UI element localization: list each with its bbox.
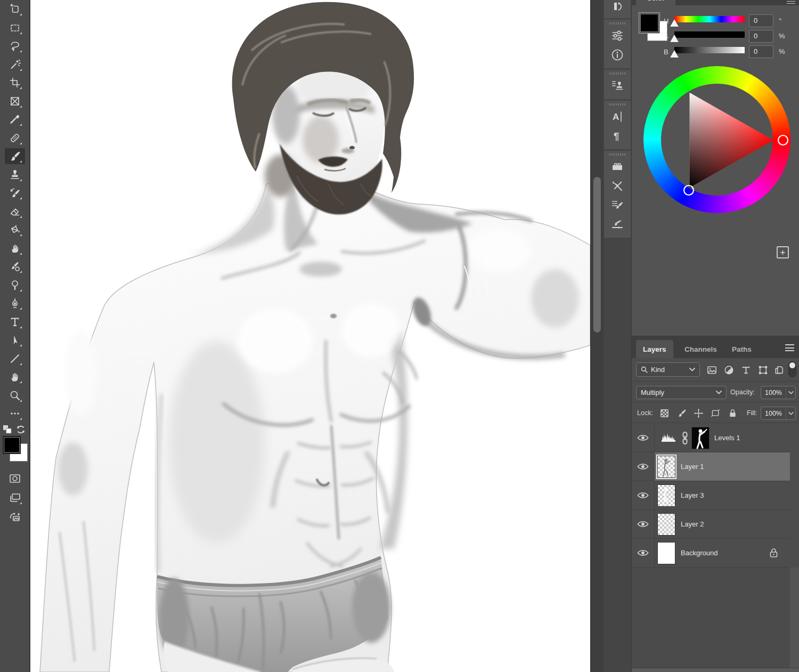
eyedropper-tool[interactable] (0, 110, 30, 129)
brightness-value-field[interactable]: 0 (749, 45, 773, 58)
brush-settings-panel-button[interactable] (608, 196, 626, 214)
history-panel-button[interactable] (608, 0, 626, 16)
zoom-tool[interactable] (0, 386, 30, 405)
fill-chevron[interactable] (786, 407, 795, 419)
visibility-toggle[interactable] (632, 452, 655, 481)
blend-mode-dropdown[interactable]: Multiply (636, 386, 727, 399)
add-swatch-button[interactable]: + (777, 246, 789, 258)
color-wheel[interactable] (643, 66, 790, 213)
swap-colors-button[interactable] (0, 423, 30, 436)
hue-slider-handle[interactable] (670, 19, 679, 27)
saturation-triangle[interactable] (643, 66, 790, 213)
layer-thumbnail[interactable] (657, 484, 675, 507)
properties-panel-button[interactable] (608, 27, 626, 45)
saturation-value-field[interactable]: 0 (749, 30, 773, 43)
eraser-tool[interactable] (0, 203, 30, 221)
hue-ring-selector[interactable] (778, 135, 788, 145)
triangle-selector[interactable] (684, 185, 694, 195)
layer-row-levels-1[interactable]: Levels 1 (632, 424, 790, 452)
edit-toolbar-button[interactable] (0, 404, 30, 423)
mixer-brush-tool[interactable] (0, 257, 30, 276)
layer-mask-thumbnail[interactable] (691, 427, 710, 449)
lock-all-button[interactable] (727, 407, 738, 419)
extras-button[interactable] (0, 507, 30, 527)
lock-position-button[interactable] (692, 407, 704, 419)
layer-name[interactable]: Layer 1 (681, 452, 704, 481)
healing-brush-tool[interactable] (0, 129, 30, 148)
layer-row-layer-2[interactable]: Layer 2 (632, 510, 790, 539)
dock-grip[interactable] (609, 153, 625, 156)
layer-thumbnail[interactable] (657, 456, 675, 478)
brush-tool[interactable] (0, 147, 30, 166)
tool-presets-panel-button[interactable] (608, 177, 626, 195)
tab-layers[interactable]: Layers (636, 340, 673, 358)
filter-adjustment-layers-button[interactable] (722, 363, 735, 376)
marquee-tool[interactable] (0, 19, 30, 37)
document-canvas[interactable] (30, 0, 590, 672)
line-tool[interactable] (0, 350, 30, 368)
hand-tool[interactable] (0, 368, 30, 386)
layer-name[interactable]: Layer 3 (681, 481, 704, 509)
saturation-slider-handle[interactable] (670, 35, 679, 42)
lock-transparent-pixels-button[interactable] (658, 407, 670, 419)
opacity-chevron[interactable] (786, 386, 795, 399)
layer-name[interactable]: Layer 2 (681, 510, 704, 538)
canvas-vertical-scrollbar[interactable] (590, 0, 604, 672)
filter-type-layers-button[interactable] (739, 363, 752, 376)
crop-tool[interactable] (0, 74, 30, 92)
visibility-toggle[interactable] (632, 510, 655, 538)
pen-tool[interactable] (0, 294, 30, 313)
brightness-slider-handle[interactable] (670, 50, 679, 58)
lasso-tool[interactable] (0, 37, 30, 55)
smudge-tool[interactable] (0, 239, 30, 258)
character-panel-button[interactable]: A (608, 108, 626, 126)
filter-shape-layers-button[interactable] (756, 363, 769, 376)
filter-pixel-layers-button[interactable] (705, 363, 718, 376)
frame-tool[interactable] (0, 92, 30, 111)
tab-paths[interactable]: Paths (725, 340, 759, 358)
layer-row-layer-3[interactable]: Layer 3 (632, 481, 790, 510)
kind-filter-dropdown[interactable]: Kind (636, 362, 700, 377)
dock-grip[interactable] (609, 103, 625, 106)
move-tool[interactable] (0, 0, 30, 19)
paragraph-panel-button[interactable]: ¶ (608, 127, 626, 145)
quick-mask-button[interactable] (0, 469, 30, 488)
paint-bucket-tool[interactable] (0, 221, 30, 239)
info-panel-button[interactable] (608, 46, 626, 64)
layer-thumbnail[interactable] (657, 513, 675, 536)
foreground-color-swatch[interactable] (639, 13, 659, 33)
layer-row-layer-1[interactable]: Layer 1 (632, 452, 790, 481)
filter-smart-objects-button[interactable] (772, 363, 785, 376)
brightness-slider[interactable] (674, 47, 745, 53)
dodge-tool[interactable] (0, 276, 30, 295)
magic-wand-tool[interactable] (0, 55, 30, 74)
visibility-toggle[interactable] (632, 424, 655, 452)
brushes-panel-button[interactable] (608, 215, 626, 233)
tab-color[interactable]: Color (636, 0, 675, 5)
lock-image-pixels-button[interactable] (675, 407, 687, 419)
scrollbar-thumb[interactable] (593, 177, 601, 333)
fill-field[interactable]: 100% (761, 407, 796, 420)
clone-stamp-tool[interactable] (0, 166, 30, 184)
type-tool[interactable] (0, 313, 30, 331)
layer-name[interactable]: Levels 1 (714, 424, 740, 452)
foreground-background-swatches[interactable] (0, 436, 30, 469)
lock-artboard-button[interactable] (710, 407, 721, 419)
clone-source-panel-button[interactable] (608, 77, 626, 95)
layer-thumbnail[interactable] (657, 542, 675, 564)
hue-value-field[interactable]: 0 (749, 14, 773, 27)
dock-grip[interactable] (609, 72, 625, 75)
layer-name[interactable]: Background (681, 539, 718, 567)
path-selection-tool[interactable] (0, 331, 30, 350)
layers-panel-menu-icon[interactable] (785, 344, 794, 351)
visibility-toggle[interactable] (632, 481, 655, 509)
saturation-slider[interactable] (674, 31, 745, 38)
tab-channels[interactable]: Channels (678, 340, 724, 358)
dock-grip[interactable] (609, 22, 625, 25)
filter-toggle[interactable] (788, 361, 796, 377)
foreground-color-swatch[interactable] (3, 436, 21, 454)
hue-slider[interactable] (674, 16, 745, 22)
opacity-field[interactable]: 100% (761, 386, 796, 399)
layer-row-background[interactable]: Background (632, 539, 790, 568)
libraries-panel-button[interactable] (608, 158, 626, 176)
